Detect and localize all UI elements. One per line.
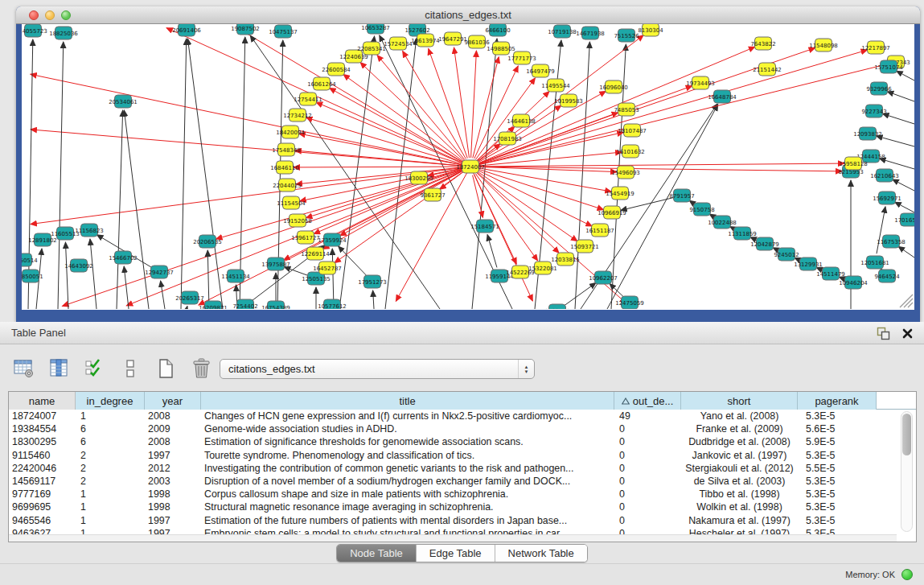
graph-edge[interactable] — [187, 39, 223, 309]
table-cell[interactable]: 5.3E-5 — [798, 410, 877, 422]
graph-node[interactable]: 16846110 — [270, 161, 299, 174]
graph-node[interactable]: 10966919 — [598, 206, 626, 219]
table-cell[interactable]: Estimation of significance thresholds fo… — [201, 435, 614, 448]
graph-node[interactable]: 12217897 — [861, 41, 890, 54]
graph-node[interactable]: 17016534 — [894, 213, 914, 226]
graph-edge[interactable] — [882, 113, 914, 124]
table-cell[interactable]: 9777169 — [9, 488, 76, 501]
graph-node[interactable]: 18300295 — [405, 171, 433, 184]
graph-edge[interactable] — [479, 64, 888, 165]
graph-edge[interactable] — [28, 39, 33, 309]
graph-edge[interactable] — [880, 159, 914, 169]
table-row[interactable]: 911546021997Tourette syndrome. Phenomeno… — [9, 449, 916, 462]
table-cell[interactable]: 1998 — [145, 501, 201, 513]
graph-node[interactable]: 16497479 — [526, 64, 555, 77]
graph-edge[interactable] — [709, 214, 714, 217]
graph-edge[interactable] — [479, 168, 611, 192]
table-cell[interactable]: 0 — [614, 501, 681, 513]
graph-edge[interactable] — [816, 267, 823, 270]
graph-node[interactable]: 20265317 — [175, 291, 204, 304]
table-row[interactable]: 1938455462009Genome-wide association stu… — [9, 422, 916, 435]
graph-node[interactable]: 10946204 — [839, 276, 868, 289]
graph-edge[interactable] — [893, 179, 914, 191]
table-cell[interactable]: Yano et al. (2008) — [681, 410, 798, 422]
table-cell[interactable]: Changes of HCN gene expression and I(f) … — [201, 410, 614, 422]
table-cell[interactable]: 1997 — [145, 449, 201, 462]
table-selector-dropdown[interactable]: citations_edges.txt ▲▼ — [220, 359, 535, 379]
graph-node[interactable]: 8130304 — [638, 24, 663, 36]
table-cell[interactable]: 5.3E-5 — [798, 514, 877, 527]
delete-column-trash-icon[interactable] — [188, 356, 214, 381]
graph-edge[interactable] — [877, 136, 914, 146]
graph-edge[interactable] — [343, 74, 463, 161]
graph-node[interactable]: 17771773 — [507, 51, 536, 64]
table-cell[interactable]: Estimation of the future numbers of pati… — [201, 514, 614, 527]
select-all-icon[interactable] — [82, 356, 108, 381]
graph-node[interactable]: 19734493 — [686, 76, 715, 89]
graph-node[interactable]: 12734212 — [283, 109, 312, 122]
graph-edge[interactable] — [124, 266, 129, 309]
table-cell[interactable]: 1 — [76, 501, 145, 513]
table-cell[interactable]: Franke et al. (2009) — [681, 422, 798, 435]
table-row[interactable]: 1872400712008Changes of HCN gene express… — [9, 410, 916, 422]
table-cell[interactable]: 49 — [614, 410, 681, 422]
table-cell[interactable]: Nakamura et al. (1997) — [681, 514, 798, 527]
graph-edge[interactable] — [621, 198, 674, 211]
graph-node[interactable]: 17081983 — [493, 132, 522, 145]
graph-edge[interactable] — [58, 42, 64, 309]
graph-node[interactable]: 15454919 — [606, 187, 634, 200]
table-cell[interactable]: 5.3E-5 — [798, 449, 877, 462]
graph-edge[interactable] — [31, 130, 470, 167]
graph-edge[interactable] — [565, 282, 596, 305]
table-cell[interactable]: 9465546 — [9, 514, 76, 527]
table-row[interactable]: 969969511998Structural magnetic resonanc… — [9, 501, 916, 513]
graph-node[interactable]: 16648784 — [708, 90, 737, 103]
graph-edge[interactable] — [478, 171, 592, 226]
table-cell[interactable]: Corpus callosum shape and size in male p… — [201, 488, 614, 501]
float-window-icon[interactable] — [876, 326, 890, 340]
table-cell[interactable]: 2008 — [145, 410, 201, 422]
graph-edge[interactable] — [887, 92, 914, 101]
graph-node[interactable]: 19087502 — [231, 24, 260, 35]
table-row[interactable]: 1830029562008Estimation of significance … — [9, 435, 916, 448]
graph-edge[interactable] — [161, 281, 165, 309]
graph-node[interactable]: 16754389 — [261, 301, 290, 309]
table-cell[interactable]: Tibbo et al. (1998) — [681, 488, 798, 501]
graph-node[interactable]: 12475059 — [615, 296, 644, 309]
graph-node[interactable]: 10653287 — [361, 24, 390, 34]
graph-node[interactable]: 10577612 — [318, 299, 347, 309]
table-cell[interactable]: Stergiakouli et al. (2012) — [681, 462, 798, 475]
graph-edge[interactable] — [773, 248, 778, 250]
graph-edge[interactable] — [895, 202, 914, 212]
table-cell[interactable]: 0 — [614, 449, 681, 462]
graph-node[interactable]: 22600584 — [322, 63, 351, 76]
table-cell[interactable]: 0 — [614, 422, 681, 435]
memory-status-icon[interactable] — [901, 569, 913, 580]
graph-node[interactable]: 17359924 — [318, 233, 347, 246]
graph-edge[interactable] — [898, 246, 914, 257]
graph-node[interactable]: 9464524 — [874, 270, 900, 282]
table-cell[interactable]: Jankovic et al. (1997) — [681, 449, 798, 462]
graph-node[interactable]: 15692971 — [873, 192, 901, 204]
graph-edge[interactable] — [396, 167, 470, 301]
table-cell[interactable]: 2008 — [145, 435, 201, 448]
table-cell[interactable]: 5.3E-5 — [798, 501, 877, 513]
graph-node[interactable]: 17951273 — [358, 275, 387, 288]
unselect-icon[interactable] — [117, 356, 143, 381]
tab-edge-table[interactable]: Edge Table — [417, 545, 495, 562]
graph-node[interactable]: 13975887 — [261, 257, 290, 270]
graph-node[interactable]: 20206535 — [193, 235, 222, 248]
table-cell[interactable]: 6 — [76, 435, 145, 448]
table-cell[interactable]: 1 — [76, 410, 145, 422]
graph-node[interactable]: 21151442 — [753, 63, 782, 76]
table-cell[interactable]: 1 — [76, 514, 145, 527]
table-cell[interactable]: 19384554 — [9, 422, 76, 435]
table-cell[interactable]: 18724007 — [9, 410, 76, 422]
graph-edge[interactable] — [187, 307, 187, 309]
graph-edge[interactable] — [339, 36, 375, 309]
graph-edge[interactable] — [240, 37, 245, 309]
graph-node[interactable]: 6466100 — [485, 24, 510, 36]
graph-node[interactable]: 11675358 — [877, 235, 906, 248]
table-cell[interactable]: 22420046 — [9, 462, 76, 475]
table-cell[interactable]: 0 — [614, 462, 681, 475]
